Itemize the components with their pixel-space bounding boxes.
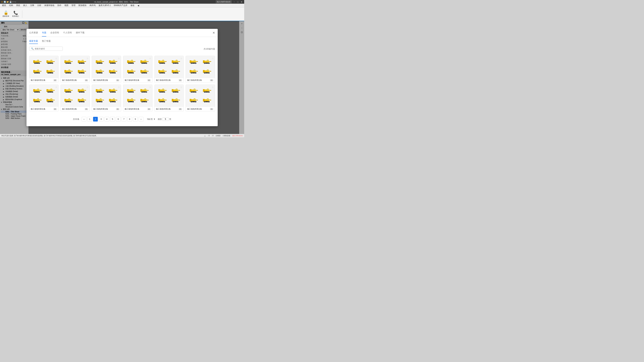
jump-label: 跳至 xyxy=(158,118,162,121)
menu-gouceng[interactable]: 构件坞 xyxy=(88,4,97,7)
page-8-button[interactable]: 8 xyxy=(127,117,132,121)
page-4-button[interactable]: 4 xyxy=(104,117,109,121)
menu-settings[interactable]: ◀ xyxy=(136,4,140,7)
svg-point-38 xyxy=(36,72,37,73)
svg-point-248 xyxy=(174,63,176,64)
search-input-box[interactable]: 输入关键字或短语 xyxy=(216,0,232,3)
search-input[interactable] xyxy=(35,48,61,50)
card-1-img-2 xyxy=(62,67,75,76)
close-button[interactable]: ✕ xyxy=(240,0,243,3)
svg-marker-419 xyxy=(86,90,86,91)
card-9[interactable]: ☆施工场地布置合集65 xyxy=(123,85,152,111)
maximize-button[interactable]: □ xyxy=(236,0,239,3)
svg-marker-433 xyxy=(72,99,73,100)
contact-us-button[interactable]: 📞 联系我们 xyxy=(11,10,20,18)
page-6-button[interactable]: 6 xyxy=(116,117,120,121)
card-5[interactable]: ☆施工场地布置合集65 xyxy=(186,56,215,83)
page-size-select[interactable]: 5条/页 ▼ xyxy=(147,118,156,121)
svg-point-329 xyxy=(204,72,205,73)
card-6-star[interactable]: ☆ xyxy=(55,86,57,88)
card-10[interactable]: ☆施工场地布置合集65 xyxy=(154,85,184,111)
card-8[interactable]: ☆施工场地布置合集65 xyxy=(92,85,121,111)
menu-zukuda[interactable]: 族库大师V5.1 xyxy=(97,4,112,7)
menu-jiegou[interactable]: 结构 xyxy=(8,4,14,7)
menu-xiugai[interactable]: 修改 xyxy=(129,4,136,7)
card-4[interactable]: ☆施工场地布置合集65 xyxy=(154,56,184,83)
card-2-star[interactable]: ☆ xyxy=(118,57,120,60)
svg-point-415 xyxy=(84,92,84,92)
menu-guanli[interactable]: 管理 xyxy=(70,4,77,7)
card-6[interactable]: ☆施工场地布置合集65 xyxy=(29,85,58,111)
svg-marker-237 xyxy=(166,61,167,62)
menu-hezuo[interactable]: 协作 xyxy=(56,4,63,7)
card-4-star[interactable]: ☆ xyxy=(180,57,182,60)
svg-rect-586 xyxy=(178,90,180,91)
menu-fenxi[interactable]: 分析 xyxy=(36,4,42,7)
card-2[interactable]: ☆施工场地布置合集65 xyxy=(92,56,121,83)
card-0-star[interactable]: ☆ xyxy=(55,57,57,60)
svg-point-597 xyxy=(164,101,165,102)
svg-point-192 xyxy=(143,63,144,64)
svg-rect-170 xyxy=(132,60,132,61)
svg-point-203 xyxy=(128,72,129,73)
svg-point-345 xyxy=(39,92,40,92)
svg-rect-408 xyxy=(82,89,83,90)
prev-page-button[interactable]: ‹ xyxy=(82,117,86,121)
page-3-button[interactable]: 3 xyxy=(99,117,104,121)
menu-bimgoujianchanpinku[interactable]: BIM构件产品库 xyxy=(112,4,129,7)
next-page-button[interactable]: › xyxy=(139,117,144,121)
jump-input[interactable] xyxy=(162,117,168,121)
menu-tilaing[interactable]: 体量和场地 xyxy=(43,4,56,7)
card-5-star[interactable]: ☆ xyxy=(212,57,214,60)
card-0[interactable]: ☆施工场地布置合集65 xyxy=(29,56,58,83)
card-7[interactable]: ☆施工场地布置合集65 xyxy=(60,85,90,111)
sub-tab-latest[interactable]: 最新专题 xyxy=(29,39,38,44)
menu-xitong[interactable]: 系统 xyxy=(15,4,22,7)
svg-rect-184 xyxy=(145,60,146,61)
svg-point-441 xyxy=(79,101,80,102)
card-9-star[interactable]: ☆ xyxy=(149,86,151,88)
svg-point-585 xyxy=(176,91,176,92)
modal-tab-enterprise[interactable]: 企业空间 xyxy=(50,29,59,36)
authorize-login-button[interactable]: 🔓 授权登录 xyxy=(1,10,10,18)
menu-shitu[interactable]: 视图 xyxy=(63,4,70,7)
card-8-star[interactable]: ☆ xyxy=(118,86,120,88)
card-1-star[interactable]: ☆ xyxy=(86,57,88,60)
card-7-star[interactable]: ☆ xyxy=(86,86,88,88)
modal-tab-plugins[interactable]: 插件下载 xyxy=(76,29,84,36)
coord-x: : 0 xyxy=(208,135,210,137)
svg-point-66 xyxy=(67,63,68,64)
card-3[interactable]: ☆施工场地布置合集65 xyxy=(123,56,152,83)
modal-tab-topics[interactable]: 专题 xyxy=(42,29,46,36)
card-10-star[interactable]: ☆ xyxy=(180,86,182,88)
card-11[interactable]: ☆施工场地布置合集65 xyxy=(186,85,215,111)
card-1[interactable]: ☆施工场地布置合集65 xyxy=(60,56,90,83)
menu-charu[interactable]: 插入 xyxy=(22,4,28,7)
modal-tab-public[interactable]: 公共资源 xyxy=(29,29,38,36)
sub-tab-hot[interactable]: 热门专题 xyxy=(42,39,51,44)
page-7-button[interactable]: 7 xyxy=(122,117,126,121)
card-11-star[interactable]: ☆ xyxy=(212,86,214,88)
svg-point-374 xyxy=(36,101,37,102)
menu-zhushi[interactable]: 注释 xyxy=(29,4,36,7)
page-1-button[interactable]: 1 xyxy=(88,117,92,121)
svg-rect-222 xyxy=(146,71,148,72)
modal-close-button[interactable]: ✕ xyxy=(212,30,216,35)
modal-tab-personal[interactable]: 个人空间 xyxy=(63,29,72,36)
svg-rect-194 xyxy=(146,61,148,62)
page-9-button[interactable]: 9 xyxy=(133,117,138,121)
page-5-button[interactable]: 5 xyxy=(110,117,115,121)
ribbon-content: 🔓 授权登录 📞 联系我们 xyxy=(0,7,244,21)
svg-point-458 xyxy=(98,91,100,92)
page-2-button[interactable]: 2 xyxy=(93,117,98,121)
minimize-button[interactable]: － xyxy=(233,0,236,3)
menu-fujia[interactable]: 附加模块 xyxy=(77,4,88,7)
svg-point-24 xyxy=(49,63,50,64)
card-3-star[interactable]: ☆ xyxy=(149,57,151,60)
svg-rect-530 xyxy=(146,90,148,91)
search-bar[interactable]: 🔍 xyxy=(29,46,63,51)
svg-rect-670 xyxy=(209,99,211,100)
menu-jianzhu[interactable]: 建筑 xyxy=(1,4,8,7)
svg-rect-310 xyxy=(194,70,195,71)
svg-point-53 xyxy=(50,72,51,73)
